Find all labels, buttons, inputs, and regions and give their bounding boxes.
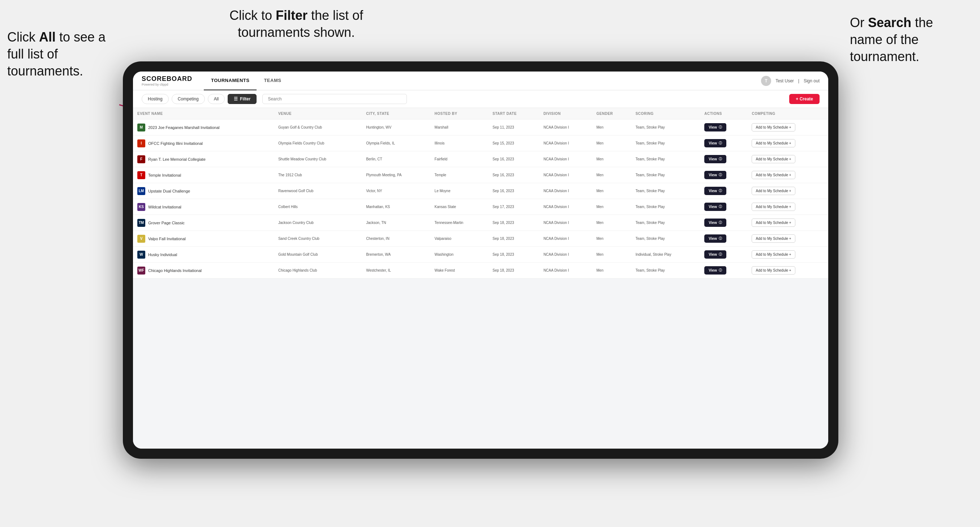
cell-competing-2: Add to My Schedule + bbox=[747, 151, 828, 167]
add-schedule-button-5[interactable]: Add to My Schedule + bbox=[752, 203, 795, 211]
cell-venue-7: Sand Creek Country Club bbox=[274, 231, 362, 247]
logo-sub: Powered by clippd bbox=[142, 83, 192, 86]
view-button-0[interactable]: View ⓘ bbox=[704, 123, 726, 132]
cell-event-8: W Husky Individual bbox=[133, 247, 274, 263]
col-division: DIVISION bbox=[539, 108, 592, 119]
filter-button[interactable]: ☰ Filter bbox=[228, 94, 256, 104]
cell-competing-8: Add to My Schedule + bbox=[747, 247, 828, 263]
sign-out-link[interactable]: Sign out bbox=[803, 78, 819, 83]
team-logo-1: I bbox=[137, 140, 145, 148]
cell-scoring-5: Team, Stroke Play bbox=[631, 199, 700, 215]
cell-division-0: NCAA Division I bbox=[539, 119, 592, 135]
separator: | bbox=[798, 78, 799, 83]
view-button-1[interactable]: View ⓘ bbox=[704, 139, 726, 148]
add-schedule-button-9[interactable]: Add to My Schedule + bbox=[752, 266, 795, 275]
search-input[interactable] bbox=[262, 94, 407, 104]
cell-scoring-4: Team, Stroke Play bbox=[631, 183, 700, 199]
cell-venue-2: Shuttle Meadow Country Club bbox=[274, 151, 362, 167]
cell-actions-9: View ⓘ bbox=[700, 263, 747, 278]
add-schedule-button-2[interactable]: Add to My Schedule + bbox=[752, 155, 795, 163]
cell-date-6: Sep 18, 2023 bbox=[488, 215, 539, 231]
cell-venue-5: Colbert Hills bbox=[274, 199, 362, 215]
col-hosted-by: HOSTED BY bbox=[430, 108, 488, 119]
cell-hosted-3: Temple bbox=[430, 167, 488, 183]
col-gender: GENDER bbox=[592, 108, 631, 119]
cell-competing-5: Add to My Schedule + bbox=[747, 199, 828, 215]
view-button-7[interactable]: View ⓘ bbox=[704, 235, 726, 243]
cell-gender-4: Men bbox=[592, 183, 631, 199]
cell-date-8: Sep 18, 2023 bbox=[488, 247, 539, 263]
cell-city-2: Berlin, CT bbox=[362, 151, 430, 167]
cell-venue-1: Olympia Fields Country Club bbox=[274, 135, 362, 151]
col-city: CITY, STATE bbox=[362, 108, 430, 119]
cell-actions-1: View ⓘ bbox=[700, 135, 747, 151]
col-event-name: EVENT NAME bbox=[133, 108, 274, 119]
cell-hosted-0: Marshall bbox=[430, 119, 488, 135]
cell-city-9: Westchester, IL bbox=[362, 263, 430, 278]
cell-scoring-6: Team, Stroke Play bbox=[631, 215, 700, 231]
cell-event-2: F Ryan T. Lee Memorial Collegiate bbox=[133, 151, 274, 167]
cell-event-0: M 2023 Joe Feaganes Marshall Invitationa… bbox=[133, 119, 274, 135]
cell-date-0: Sep 11, 2023 bbox=[488, 119, 539, 135]
cell-division-3: NCAA Division I bbox=[539, 167, 592, 183]
cell-division-5: NCAA Division I bbox=[539, 199, 592, 215]
cell-date-9: Sep 18, 2023 bbox=[488, 263, 539, 278]
filter-icon: ☰ bbox=[234, 97, 238, 102]
table-row: TM Grover Page Classic Jackson Country C… bbox=[133, 215, 828, 231]
add-schedule-button-0[interactable]: Add to My Schedule + bbox=[752, 123, 795, 132]
add-schedule-button-4[interactable]: Add to My Schedule + bbox=[752, 187, 795, 195]
cell-scoring-0: Team, Stroke Play bbox=[631, 119, 700, 135]
view-button-6[interactable]: View ⓘ bbox=[704, 219, 726, 227]
cell-actions-5: View ⓘ bbox=[700, 199, 747, 215]
table-row: W Husky Individual Gold Mountain Golf Cl… bbox=[133, 247, 828, 263]
team-logo-3: T bbox=[137, 171, 145, 179]
create-button[interactable]: + Create bbox=[789, 94, 819, 104]
cell-hosted-7: Valparaiso bbox=[430, 231, 488, 247]
add-schedule-button-8[interactable]: Add to My Schedule + bbox=[752, 250, 795, 259]
cell-actions-7: View ⓘ bbox=[700, 231, 747, 247]
add-schedule-button-3[interactable]: Add to My Schedule + bbox=[752, 171, 795, 179]
tablet-frame: SCOREBOARD Powered by clippd TOURNAMENTS… bbox=[123, 61, 838, 459]
col-venue: VENUE bbox=[274, 108, 362, 119]
cell-competing-3: Add to My Schedule + bbox=[747, 167, 828, 183]
table-row: V Valpo Fall Invitational Sand Creek Cou… bbox=[133, 231, 828, 247]
cell-hosted-5: Kansas State bbox=[430, 199, 488, 215]
cell-gender-1: Men bbox=[592, 135, 631, 151]
add-schedule-button-7[interactable]: Add to My Schedule + bbox=[752, 235, 795, 243]
all-tab[interactable]: All bbox=[208, 94, 225, 104]
app-header: SCOREBOARD Powered by clippd TOURNAMENTS… bbox=[133, 71, 828, 90]
add-schedule-button-6[interactable]: Add to My Schedule + bbox=[752, 219, 795, 227]
cell-scoring-3: Team, Stroke Play bbox=[631, 167, 700, 183]
view-button-8[interactable]: View ⓘ bbox=[704, 250, 726, 259]
team-logo-4: LM bbox=[137, 187, 145, 195]
annotation-topmid: Click to Filter the list oftournaments s… bbox=[202, 7, 390, 41]
team-logo-8: W bbox=[137, 251, 145, 259]
table-container: EVENT NAME VENUE CITY, STATE HOSTED BY S… bbox=[133, 108, 828, 449]
user-name: Test User bbox=[775, 78, 794, 83]
add-schedule-button-1[interactable]: Add to My Schedule + bbox=[752, 139, 795, 148]
annotation-topleft: Click All to see a full list of tourname… bbox=[7, 29, 108, 79]
cell-event-7: V Valpo Fall Invitational bbox=[133, 231, 274, 247]
view-button-9[interactable]: View ⓘ bbox=[704, 266, 726, 275]
nav-tab-teams[interactable]: TEAMS bbox=[256, 71, 288, 90]
hosting-tab[interactable]: Hosting bbox=[142, 94, 169, 104]
view-button-4[interactable]: View ⓘ bbox=[704, 187, 726, 195]
nav-tab-tournaments[interactable]: TOURNAMENTS bbox=[204, 71, 256, 90]
table-header-row: EVENT NAME VENUE CITY, STATE HOSTED BY S… bbox=[133, 108, 828, 119]
view-button-2[interactable]: View ⓘ bbox=[704, 155, 726, 163]
cell-division-6: NCAA Division I bbox=[539, 215, 592, 231]
view-button-5[interactable]: View ⓘ bbox=[704, 203, 726, 211]
competing-tab[interactable]: Competing bbox=[172, 94, 205, 104]
cell-hosted-4: Le Moyne bbox=[430, 183, 488, 199]
view-button-3[interactable]: View ⓘ bbox=[704, 171, 726, 179]
cell-gender-7: Men bbox=[592, 231, 631, 247]
cell-gender-8: Men bbox=[592, 247, 631, 263]
nav-tabs: TOURNAMENTS TEAMS bbox=[204, 71, 288, 90]
cell-scoring-9: Team, Stroke Play bbox=[631, 263, 700, 278]
cell-scoring-8: Individual, Stroke Play bbox=[631, 247, 700, 263]
cell-event-6: TM Grover Page Classic bbox=[133, 215, 274, 231]
cell-city-8: Bremerton, WA bbox=[362, 247, 430, 263]
cell-gender-0: Men bbox=[592, 119, 631, 135]
cell-venue-4: Ravenwood Golf Club bbox=[274, 183, 362, 199]
cell-division-9: NCAA Division I bbox=[539, 263, 592, 278]
